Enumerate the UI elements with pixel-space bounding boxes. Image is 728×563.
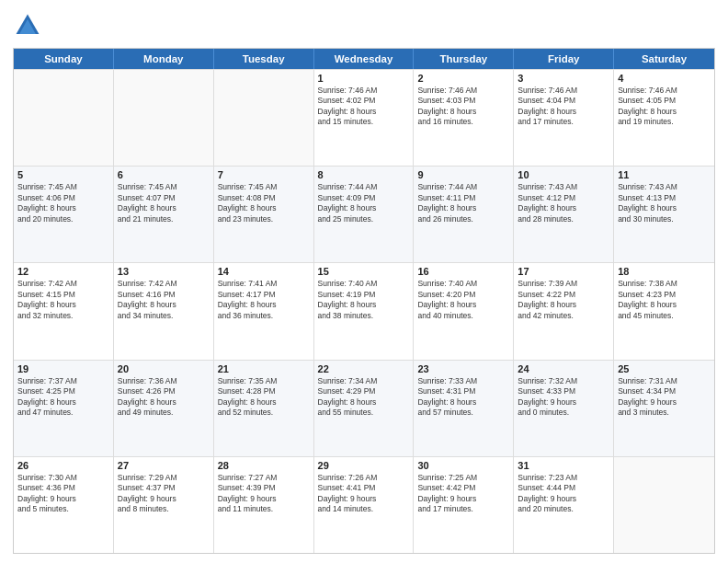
cell-text: Sunset: 4:16 PM (118, 290, 210, 300)
cell-text: Sunset: 4:36 PM (17, 483, 109, 493)
cell-text: and 19 minutes. (618, 117, 711, 127)
cell-text: Sunset: 4:37 PM (118, 483, 210, 493)
cell-text: Daylight: 8 hours (17, 300, 109, 310)
day-number: 10 (518, 169, 609, 180)
cell-text: and 30 minutes. (618, 214, 711, 224)
cell-text: Sunset: 4:11 PM (417, 193, 509, 203)
day-number: 5 (17, 169, 109, 180)
day-cell-16: 16Sunrise: 7:40 AMSunset: 4:20 PMDayligh… (414, 263, 514, 359)
cell-text: Daylight: 8 hours (118, 203, 210, 213)
header-day-thursday: Thursday (414, 49, 514, 69)
cell-text: Daylight: 8 hours (17, 203, 109, 213)
day-cell-14: 14Sunrise: 7:41 AMSunset: 4:17 PMDayligh… (214, 263, 314, 359)
day-cell-7: 7Sunrise: 7:45 AMSunset: 4:08 PMDaylight… (214, 167, 314, 262)
cell-text: Sunset: 4:28 PM (218, 386, 310, 396)
day-cell-30: 30Sunrise: 7:25 AMSunset: 4:42 PMDayligh… (414, 457, 514, 553)
cell-text: Sunset: 4:33 PM (518, 386, 609, 396)
cell-text: Sunset: 4:34 PM (618, 386, 711, 396)
cell-text: Sunrise: 7:45 AM (218, 182, 310, 192)
cell-text: Daylight: 8 hours (417, 203, 509, 213)
cell-text: and 20 minutes. (17, 214, 109, 224)
cell-text: and 52 minutes. (218, 408, 310, 418)
cell-text: Sunrise: 7:44 AM (318, 182, 410, 192)
cell-text: Daylight: 9 hours (618, 397, 711, 408)
cell-text: Sunset: 4:03 PM (417, 96, 509, 106)
cell-text: Sunset: 4:09 PM (318, 193, 410, 203)
week-row-4: 19Sunrise: 7:37 AMSunset: 4:25 PMDayligh… (14, 360, 714, 456)
day-cell-23: 23Sunrise: 7:33 AMSunset: 4:31 PMDayligh… (414, 361, 514, 456)
cell-text: and 14 minutes. (318, 504, 410, 514)
header-day-sunday: Sunday (14, 49, 114, 69)
cell-text: Daylight: 9 hours (218, 494, 310, 504)
cell-text: Sunrise: 7:30 AM (17, 473, 109, 483)
header-day-tuesday: Tuesday (214, 49, 314, 69)
cell-text: Sunset: 4:41 PM (318, 483, 410, 493)
cell-text: Sunrise: 7:39 AM (518, 279, 609, 289)
calendar-header: SundayMondayTuesdayWednesdayThursdayFrid… (14, 49, 714, 69)
cell-text: and 28 minutes. (518, 214, 609, 224)
cell-text: Daylight: 9 hours (518, 494, 609, 504)
day-cell-21: 21Sunrise: 7:35 AMSunset: 4:28 PMDayligh… (214, 361, 314, 456)
calendar: SundayMondayTuesdayWednesdayThursdayFrid… (13, 48, 715, 554)
page: SundayMondayTuesdayWednesdayThursdayFrid… (0, 0, 728, 563)
day-cell-3: 3Sunrise: 7:46 AMSunset: 4:04 PMDaylight… (514, 70, 614, 166)
day-number: 20 (118, 363, 210, 374)
cell-text: and 21 minutes. (118, 214, 210, 224)
header (13, 11, 715, 40)
cell-text: and 45 minutes. (618, 311, 711, 321)
day-number: 29 (318, 460, 410, 471)
day-number: 22 (318, 363, 410, 374)
day-cell-31: 31Sunrise: 7:23 AMSunset: 4:44 PMDayligh… (514, 457, 614, 553)
cell-text: Sunset: 4:08 PM (218, 193, 310, 203)
cell-text: Daylight: 8 hours (518, 203, 609, 213)
cell-text: Sunrise: 7:26 AM (318, 473, 410, 483)
day-number: 11 (618, 169, 711, 180)
day-cell-17: 17Sunrise: 7:39 AMSunset: 4:22 PMDayligh… (514, 263, 614, 359)
cell-text: and 57 minutes. (417, 408, 509, 418)
cell-text: Sunset: 4:20 PM (417, 290, 509, 300)
cell-text: Sunset: 4:04 PM (518, 96, 609, 106)
cell-text: Sunset: 4:44 PM (518, 483, 609, 493)
cell-text: Sunset: 4:42 PM (417, 483, 509, 493)
empty-cell (214, 70, 314, 166)
cell-text: Sunset: 4:23 PM (618, 290, 711, 300)
day-cell-25: 25Sunrise: 7:31 AMSunset: 4:34 PMDayligh… (614, 361, 714, 456)
header-day-wednesday: Wednesday (314, 49, 415, 69)
cell-text: Sunset: 4:17 PM (218, 290, 310, 300)
cell-text: and 11 minutes. (218, 504, 310, 514)
cell-text: Daylight: 9 hours (318, 494, 410, 504)
cell-text: Sunrise: 7:43 AM (618, 182, 711, 192)
day-number: 30 (417, 460, 509, 471)
day-number: 1 (318, 73, 410, 84)
cell-text: Sunrise: 7:32 AM (518, 376, 609, 386)
cell-text: Daylight: 8 hours (318, 397, 410, 408)
day-number: 27 (118, 460, 210, 471)
day-cell-27: 27Sunrise: 7:29 AMSunset: 4:37 PMDayligh… (114, 457, 214, 553)
day-cell-6: 6Sunrise: 7:45 AMSunset: 4:07 PMDaylight… (114, 167, 214, 262)
day-number: 17 (518, 266, 609, 277)
day-number: 19 (17, 363, 109, 374)
cell-text: Sunset: 4:02 PM (318, 96, 410, 106)
cell-text: and 23 minutes. (218, 214, 310, 224)
week-row-1: 1Sunrise: 7:46 AMSunset: 4:02 PMDaylight… (14, 69, 714, 166)
day-number: 14 (218, 266, 310, 277)
day-cell-15: 15Sunrise: 7:40 AMSunset: 4:19 PMDayligh… (314, 263, 415, 359)
cell-text: Sunrise: 7:44 AM (417, 182, 509, 192)
cell-text: Sunrise: 7:27 AM (218, 473, 310, 483)
day-cell-13: 13Sunrise: 7:42 AMSunset: 4:16 PMDayligh… (114, 263, 214, 359)
cell-text: Daylight: 8 hours (318, 107, 410, 117)
cell-text: and 0 minutes. (518, 408, 609, 418)
logo-icon (13, 11, 42, 40)
cell-text: Sunrise: 7:35 AM (218, 376, 310, 386)
cell-text: Sunset: 4:12 PM (518, 193, 609, 203)
cell-text: Daylight: 8 hours (518, 300, 609, 310)
cell-text: Sunset: 4:31 PM (417, 386, 509, 396)
cell-text: and 49 minutes. (118, 408, 210, 418)
cell-text: and 15 minutes. (318, 117, 410, 127)
day-number: 28 (218, 460, 310, 471)
cell-text: and 47 minutes. (17, 408, 109, 418)
cell-text: Daylight: 8 hours (118, 300, 210, 310)
cell-text: Daylight: 8 hours (417, 300, 509, 310)
cell-text: Sunrise: 7:25 AM (417, 473, 509, 483)
cell-text: Daylight: 8 hours (218, 203, 310, 213)
